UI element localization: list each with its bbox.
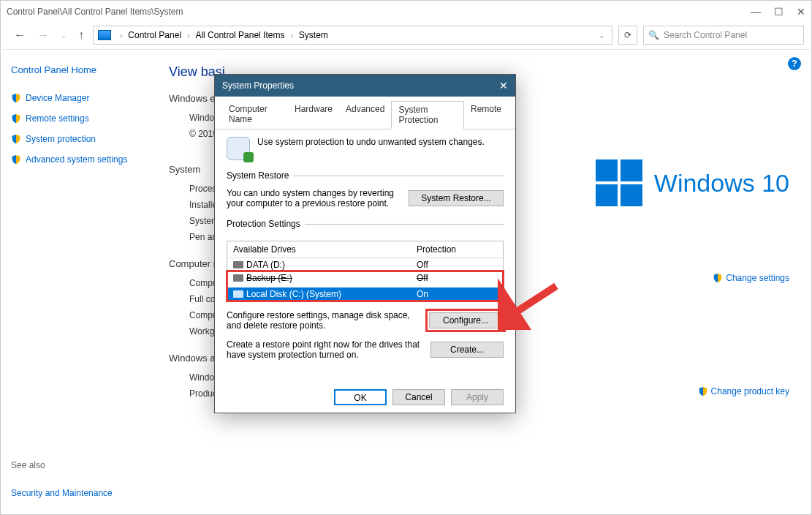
search-placeholder: Search Control Panel [664, 30, 747, 40]
chevron-right-icon[interactable]: › [184, 31, 192, 40]
tab-remote[interactable]: Remote [464, 101, 508, 129]
restore-icon [227, 137, 250, 160]
nav-row: ← → ⌄ ↑ › Control Panel › All Control Pa… [1, 23, 811, 48]
windows-logo-icon [596, 159, 642, 206]
recent-dropdown[interactable]: ⌄ [58, 29, 69, 42]
legend-protection-settings: Protection Settings [227, 219, 305, 229]
sidebar-item-label: Advanced system settings [26, 154, 127, 165]
shield-icon [713, 273, 723, 283]
sidebar-link-remote-settings[interactable]: Remote settings [11, 113, 140, 124]
shield-icon [11, 113, 21, 124]
windows-logo: Windows 10 [596, 159, 789, 206]
restore-desc: You can undo system changes by reverting… [227, 188, 400, 208]
shield-icon [11, 134, 21, 144]
drive-protection: Off [417, 273, 497, 283]
breadcrumb-item[interactable]: System [299, 30, 328, 40]
drive-row-selected[interactable]: Local Disk (C:) (System) On [227, 287, 503, 301]
col-protection: Protection [417, 244, 497, 255]
search-input[interactable]: 🔍 Search Control Panel [643, 26, 804, 45]
maximize-button[interactable]: ☐ [774, 6, 783, 18]
refresh-button[interactable]: ⟳ [618, 26, 637, 45]
drive-row[interactable]: DATA (D:) Off [227, 258, 503, 271]
drive-name: DATA (D:) [246, 260, 414, 270]
dialog-tabs: Computer Name Hardware Advanced System P… [215, 97, 515, 129]
help-button[interactable]: ? [788, 57, 801, 70]
tab-advanced[interactable]: Advanced [339, 101, 391, 129]
dialog-close-button[interactable]: ✕ [499, 80, 508, 91]
apply-button[interactable]: Apply [451, 389, 504, 405]
drive-protection: Off [417, 260, 497, 270]
chevron-down-icon[interactable]: ⌄ [596, 31, 607, 40]
configure-button[interactable]: Configure... [429, 312, 502, 328]
drive-name: Backup (E:) [246, 273, 414, 283]
create-desc: Create a restore point right now for the… [227, 339, 422, 360]
sidebar-item-label: Remote settings [26, 113, 89, 124]
svg-line-0 [506, 286, 556, 318]
fieldset-protection-settings: Protection Settings Available Drives Pro… [227, 219, 504, 364]
ok-button[interactable]: OK [334, 389, 387, 405]
drives-list: Available Drives Protection DATA (D:) Of… [227, 241, 504, 301]
col-available-drives: Available Drives [233, 244, 417, 255]
tab-computer-name[interactable]: Computer Name [222, 101, 288, 129]
minimize-button[interactable]: — [751, 6, 761, 18]
control-panel-home-link[interactable]: Control Panel Home [11, 64, 140, 75]
sidebar-item-label: System protection [26, 134, 96, 144]
see-also-label: See also [11, 460, 140, 470]
configure-desc: Configure restore settings, manage disk … [227, 310, 419, 331]
sidebar-link-advanced-system-settings[interactable]: Advanced system settings [11, 154, 140, 165]
dialog-titlebar: System Properties ✕ [215, 75, 515, 97]
close-button[interactable]: ✕ [797, 6, 805, 18]
link-label: Change product key [711, 386, 789, 396]
window-titlebar: Control Panel\All Control Panel Items\Sy… [1, 1, 811, 23]
computer-icon [98, 30, 111, 40]
dialog-title: System Properties [222, 80, 294, 91]
cancel-button[interactable]: Cancel [392, 389, 445, 405]
security-maintenance-link[interactable]: Security and Maintenance [11, 488, 140, 498]
drive-icon [233, 261, 243, 268]
sidebar: Control Panel Home Device Manager Remote… [2, 50, 148, 513]
tab-hardware[interactable]: Hardware [288, 101, 339, 129]
dialog-footer: OK Cancel Apply [334, 389, 504, 405]
drive-row[interactable]: Backup (E:) Off [227, 271, 503, 285]
fieldset-system-restore: System Restore You can undo system chang… [227, 170, 504, 213]
system-properties-dialog: System Properties ✕ Computer Name Hardwa… [214, 74, 516, 413]
search-icon: 🔍 [648, 30, 659, 40]
tab-system-protection[interactable]: System Protection [391, 101, 464, 129]
change-settings-link[interactable]: Change settings [713, 273, 789, 283]
shield-icon [698, 386, 708, 396]
drive-row-highlight-group: Backup (E:) Off Local Disk (C:) (System)… [227, 271, 503, 301]
breadcrumb-item[interactable]: All Control Panel Items [195, 30, 284, 40]
system-restore-button[interactable]: System Restore... [409, 190, 504, 206]
breadcrumb-item[interactable]: Control Panel [128, 30, 181, 40]
sidebar-link-device-manager[interactable]: Device Manager [11, 93, 140, 103]
chevron-right-icon[interactable]: › [117, 31, 125, 40]
forward-button[interactable]: → [34, 26, 52, 45]
drive-icon [233, 274, 243, 282]
annotation-arrow [498, 279, 564, 330]
shield-icon [11, 154, 21, 165]
up-button[interactable]: ↑ [75, 26, 87, 45]
windows-brand-text: Windows 10 [654, 169, 789, 198]
shield-icon [11, 93, 21, 103]
legend-system-restore: System Restore [227, 170, 293, 181]
drive-protection: On [417, 289, 497, 299]
hint-text: Use system protection to undo unwanted s… [257, 137, 485, 147]
drives-header: Available Drives Protection [227, 241, 503, 258]
hint-row: Use system protection to undo unwanted s… [227, 137, 504, 160]
sidebar-item-label: Device Manager [26, 93, 89, 103]
create-button[interactable]: Create... [430, 342, 504, 358]
change-product-key-link[interactable]: Change product key [698, 386, 789, 396]
link-label: Change settings [726, 273, 789, 283]
window-title: Control Panel\All Control Panel Items\Sy… [7, 7, 751, 17]
drive-name: Local Disk (C:) (System) [246, 289, 414, 299]
drive-icon [233, 290, 243, 298]
sidebar-link-system-protection[interactable]: System protection [11, 134, 140, 144]
back-button[interactable]: ← [11, 26, 29, 45]
chevron-right-icon[interactable]: › [287, 31, 295, 40]
address-bar[interactable]: › Control Panel › All Control Panel Item… [93, 26, 612, 45]
